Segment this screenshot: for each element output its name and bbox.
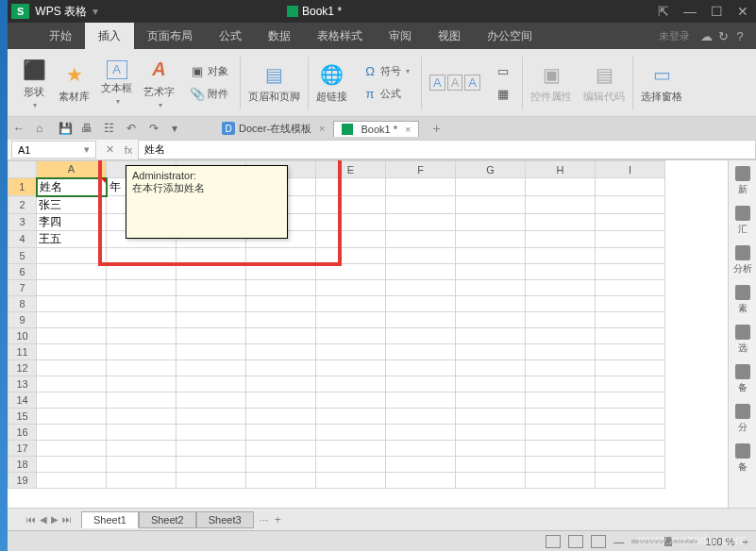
cell-E6[interactable] — [316, 263, 386, 279]
book1-tab[interactable]: Book1 * × — [333, 121, 419, 137]
menu-tablestyle[interactable]: 表格样式 — [304, 23, 376, 49]
cell-E10[interactable] — [316, 327, 386, 343]
cell-E13[interactable] — [316, 376, 386, 392]
sheet-more[interactable]: ··· — [260, 513, 269, 526]
cell-H16[interactable] — [526, 424, 596, 440]
cell-A7[interactable] — [37, 279, 107, 295]
nav-first-icon[interactable]: ⏮ — [26, 514, 36, 525]
zoom-slider[interactable] — [631, 540, 697, 543]
cell-G8[interactable] — [456, 295, 526, 311]
help-icon[interactable]: ? — [731, 29, 748, 43]
cell-A18[interactable] — [37, 456, 107, 472]
cell-E8[interactable] — [316, 295, 386, 311]
cell-E2[interactable] — [316, 196, 386, 214]
symbol-button[interactable]: Ω符号 — [359, 62, 413, 81]
row-header-1[interactable]: 1 — [8, 178, 37, 196]
cell-A14[interactable] — [37, 392, 107, 408]
cell-I12[interactable] — [596, 359, 665, 376]
select-pane-button[interactable]: ▭ 选择窗格 — [641, 61, 682, 104]
cell-F15[interactable] — [386, 408, 456, 424]
cell-C9[interactable] — [176, 311, 246, 327]
cell-D13[interactable] — [246, 376, 316, 392]
cell-B15[interactable] — [107, 408, 176, 424]
cell-I2[interactable] — [596, 196, 665, 214]
docer-close-icon[interactable]: × — [319, 123, 325, 134]
cell-B17[interactable] — [107, 440, 176, 456]
cell-C15[interactable] — [176, 408, 246, 424]
cell-I10[interactable] — [596, 327, 665, 343]
cell-E3[interactable] — [316, 213, 386, 230]
cell-H19[interactable] — [526, 472, 596, 488]
menu-insert[interactable]: 插入 — [85, 23, 134, 49]
cell-C18[interactable] — [176, 456, 246, 472]
letter-a-1[interactable]: A — [429, 75, 445, 91]
cell-C16[interactable] — [176, 424, 246, 440]
edit-code-button[interactable]: ▤ 编辑代码 — [583, 61, 625, 104]
menu-data[interactable]: 数据 — [255, 23, 304, 49]
cell-F14[interactable] — [386, 392, 456, 408]
view-break-icon[interactable] — [591, 535, 606, 548]
side-summary[interactable]: 汇 — [735, 206, 750, 236]
cell-D10[interactable] — [246, 327, 316, 343]
sync-icon[interactable]: ↻ — [714, 29, 731, 43]
cell-C11[interactable] — [176, 343, 246, 359]
cell-A12[interactable] — [37, 359, 107, 376]
cell-H6[interactable] — [526, 263, 596, 279]
cell-C7[interactable] — [176, 279, 246, 295]
row-header-11[interactable]: 11 — [8, 343, 37, 359]
cell-A19[interactable] — [37, 472, 107, 488]
login-link[interactable]: 未登录 — [659, 29, 690, 43]
cell-H13[interactable] — [526, 376, 596, 392]
cell-I16[interactable] — [596, 424, 665, 440]
name-box[interactable]: A1▾ — [11, 141, 96, 159]
hyperlink-button[interactable]: 🌐 超链接 — [316, 61, 347, 104]
row-header-10[interactable]: 10 — [8, 327, 37, 343]
cell-D9[interactable] — [246, 311, 316, 327]
cell-G7[interactable] — [456, 279, 526, 295]
cell-I17[interactable] — [596, 440, 665, 456]
sheet-add-button[interactable]: + — [275, 513, 281, 526]
cell-C6[interactable] — [176, 263, 246, 279]
cell-I7[interactable] — [596, 279, 665, 295]
cell-F4[interactable] — [386, 230, 456, 247]
cell-I13[interactable] — [596, 376, 665, 392]
cell-B19[interactable] — [107, 472, 176, 488]
menu-office[interactable]: 办公空间 — [474, 23, 546, 49]
cell-E5[interactable] — [316, 247, 386, 263]
cell-F9[interactable] — [386, 311, 456, 327]
wordart-button[interactable]: A 艺术字 — [143, 57, 175, 109]
cell-I6[interactable] — [596, 263, 665, 279]
cell-F7[interactable] — [386, 279, 456, 295]
cell-C14[interactable] — [176, 392, 246, 408]
pin-button[interactable]: ⇱ — [650, 0, 677, 23]
cell-F17[interactable] — [386, 440, 456, 456]
cell-G19[interactable] — [456, 472, 526, 488]
row-header-17[interactable]: 17 — [8, 440, 37, 456]
cell-I11[interactable] — [596, 343, 665, 359]
cell-G16[interactable] — [456, 424, 526, 440]
row-header-14[interactable]: 14 — [8, 392, 37, 408]
letter-a-2[interactable]: A — [447, 75, 463, 91]
row-header-19[interactable]: 19 — [8, 472, 37, 488]
cell-F6[interactable] — [386, 263, 456, 279]
side-share[interactable]: 分 — [735, 404, 750, 434]
cell-H15[interactable] — [526, 408, 596, 424]
cell-B6[interactable] — [107, 263, 176, 279]
comment-box[interactable]: Administrator: 在本行添加姓名 — [126, 165, 288, 239]
grid[interactable]: ABCDEFGHI1姓名年2张三3李四4王五567891011121314151… — [8, 160, 728, 508]
side-material[interactable]: 素 — [735, 285, 750, 315]
cell-A5[interactable] — [37, 247, 107, 263]
cell-D15[interactable] — [246, 408, 316, 424]
cell-A3[interactable]: 李四 — [37, 213, 107, 230]
cell-I19[interactable] — [596, 472, 665, 488]
cell-E1[interactable] — [316, 178, 386, 196]
cell-D8[interactable] — [246, 295, 316, 311]
cell-E11[interactable] — [316, 343, 386, 359]
grid-small-button[interactable]: ▦ — [492, 85, 514, 104]
cell-F19[interactable] — [386, 472, 456, 488]
side-select[interactable]: 选 — [735, 325, 750, 355]
add-doc-button[interactable]: + — [432, 121, 440, 136]
cell-H2[interactable] — [526, 196, 596, 214]
cell-D19[interactable] — [246, 472, 316, 488]
cell-A10[interactable] — [37, 327, 107, 343]
